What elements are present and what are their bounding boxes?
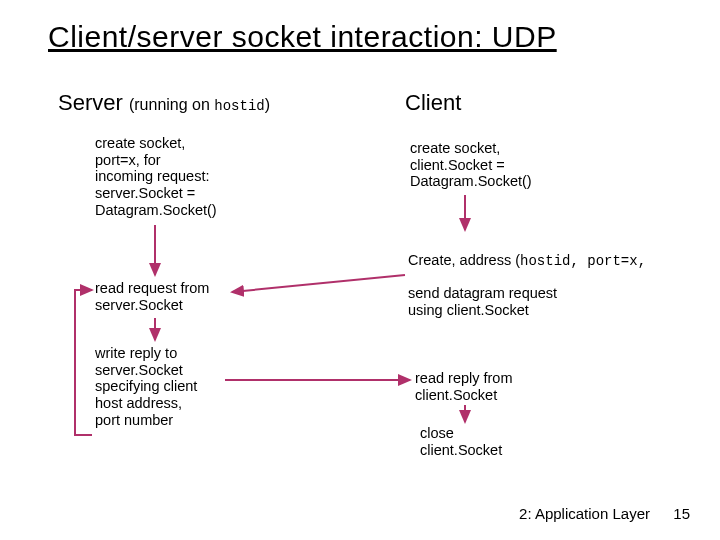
server-step-create-socket: create socket, port=x, for incoming requ… xyxy=(95,135,217,218)
client-step2-rest: send datagram request using client.Socke… xyxy=(408,285,557,318)
client-step-create-address: Create, address (hostid, port=x, send da… xyxy=(408,235,646,319)
client-step-read-reply: read reply from client.Socket xyxy=(415,370,513,403)
page-number: 15 xyxy=(673,505,690,522)
server-heading-sub-open: (running on xyxy=(129,96,214,113)
client-heading: Client xyxy=(405,90,461,116)
server-heading: Server (running on hostid) xyxy=(58,90,270,116)
server-heading-prefix: Server xyxy=(58,90,129,115)
client-step-close: close client.Socket xyxy=(420,425,502,458)
page-title: Client/server socket interaction: UDP xyxy=(48,20,557,54)
server-heading-hostid: hostid xyxy=(214,98,264,114)
arrow-client-to-server xyxy=(232,275,405,292)
arrow-server-loop xyxy=(75,290,92,435)
client-step-create-socket: create socket, client.Socket = Datagram.… xyxy=(410,140,532,190)
server-step-write-reply: write reply to server.Socket specifying … xyxy=(95,345,197,428)
client-step2-prefix: Create, address ( xyxy=(408,252,520,268)
server-heading-sub-close: ) xyxy=(265,96,270,113)
slide: Client/server socket interaction: UDP Se… xyxy=(0,0,720,540)
server-step-read-request: read request from server.Socket xyxy=(95,280,209,313)
client-step2-code: hostid, port=x, xyxy=(520,253,646,269)
footer-chapter: 2: Application Layer xyxy=(519,505,650,522)
